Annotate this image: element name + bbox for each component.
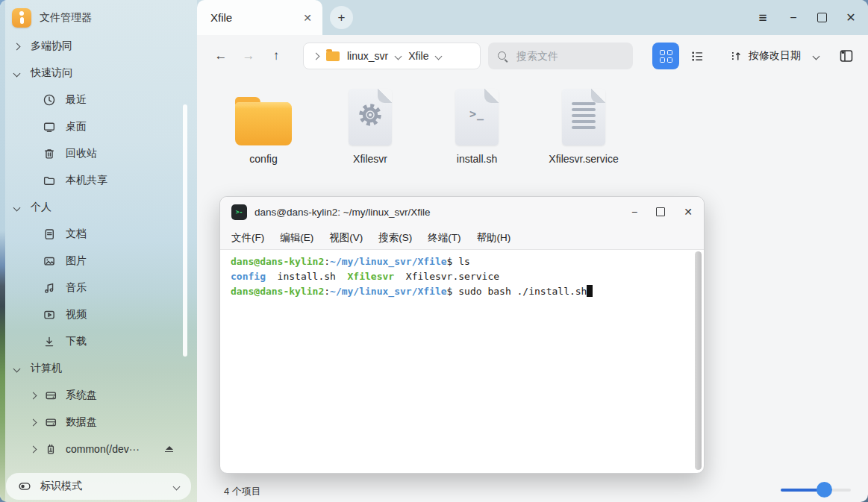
sidebar-item-system-disk[interactable]: 系统盘	[0, 382, 197, 409]
preview-panel-button[interactable]	[838, 48, 855, 64]
file-item-xfilesvr[interactable]: Xfilesvr	[329, 84, 411, 165]
file-grid: config Xfilesvr >_ instal	[197, 84, 625, 165]
search-box[interactable]	[488, 43, 633, 69]
sidebar-section-quick-access[interactable]: 快速访问	[0, 60, 197, 87]
eject-icon[interactable]	[165, 446, 173, 453]
status-bar-count: 4 个项目	[224, 485, 261, 498]
menu-help[interactable]: 帮助(H)	[477, 231, 511, 245]
script-file-icon: >_	[455, 89, 499, 145]
clock-icon	[43, 93, 56, 107]
sidebar-section-computer[interactable]: 计算机	[0, 355, 197, 382]
app-header: 文件管理器	[12, 8, 92, 28]
sidebar-item-videos[interactable]: 视频	[0, 301, 197, 328]
file-item-xfilesvr-service[interactable]: Xfilesvr.service	[543, 84, 625, 165]
section-label: 多端协同	[31, 40, 72, 53]
menu-file[interactable]: 文件(F)	[231, 231, 264, 245]
breadcrumb[interactable]: linux_svr Xfile	[303, 43, 481, 69]
menu-edit[interactable]: 编辑(E)	[280, 231, 313, 245]
sort-control[interactable]: 按修改日期	[730, 49, 819, 63]
terminal-title-bar[interactable]: >- dans@dans-kylin2: ~/my/linux_svr/Xfil…	[220, 197, 704, 227]
sidebar-item-music[interactable]: 音乐	[0, 274, 197, 301]
image-icon	[43, 254, 56, 268]
app-logo-icon	[12, 8, 31, 28]
close-icon[interactable]: ✕	[844, 10, 858, 25]
chevron-down-icon	[13, 204, 21, 211]
sidebar-item-recent[interactable]: 最近	[0, 87, 197, 113]
sidebar-section-multi-device[interactable]: 多端协同	[0, 33, 197, 60]
trash-icon	[43, 147, 56, 160]
terminal-content[interactable]: dans@dans-kylin2:~/my/linux_svr/Xfile$ l…	[220, 250, 704, 472]
sidebar-item-downloads[interactable]: 下载	[0, 328, 197, 355]
video-icon	[43, 308, 56, 321]
close-icon[interactable]: ✕	[684, 206, 693, 218]
breadcrumb-current[interactable]: Xfile	[408, 50, 428, 62]
item-label: 文档	[66, 228, 87, 241]
sidebar-item-common-device[interactable]: common(/dev···	[0, 436, 197, 462]
dogear	[378, 89, 392, 103]
folder-icon	[235, 102, 292, 145]
sidebar-item-pictures[interactable]: 图片	[0, 248, 197, 274]
item-label: 最近	[66, 93, 87, 107]
menu-icon[interactable]: ≡	[756, 10, 769, 26]
slider-track[interactable]	[781, 489, 851, 492]
slider-handle[interactable]	[817, 482, 832, 498]
file-item-config[interactable]: config	[222, 84, 305, 165]
chevron-right-icon	[30, 445, 37, 453]
section-label: 计算机	[31, 362, 62, 375]
chevron-down-icon	[13, 365, 21, 372]
sidebar-item-documents[interactable]: 文档	[0, 221, 197, 248]
chevron-down-icon	[13, 69, 21, 77]
gear-icon	[356, 103, 384, 131]
chevron-down-icon[interactable]	[435, 52, 443, 60]
new-tab-button[interactable]: +	[330, 6, 353, 29]
chevron-right-icon	[13, 43, 21, 50]
sidebar-item-local-share[interactable]: 本机共享	[0, 167, 197, 194]
disk-icon	[44, 389, 57, 402]
sidebar: 文件管理器 多端协同 快速访问 最近 桌面 回收站	[0, 0, 197, 502]
monitor-icon	[43, 120, 56, 134]
sidebar-scrollbar[interactable]	[183, 104, 187, 357]
back-button[interactable]: ←	[213, 48, 229, 63]
minimize-icon[interactable]: −	[787, 11, 800, 25]
item-label: 视频	[66, 308, 87, 321]
tab-bar: Xfile ✕ + ≡ − ✕	[197, 0, 868, 35]
chevron-right-icon	[30, 392, 37, 399]
terminal-app-icon: >-	[231, 204, 247, 220]
file-item-install-sh[interactable]: >_ install.sh	[436, 84, 518, 165]
sidebar-section-personal[interactable]: 个人	[0, 194, 197, 221]
item-label: 图片	[66, 254, 87, 268]
sidebar-item-desktop[interactable]: 桌面	[0, 113, 197, 140]
search-input[interactable]	[515, 49, 612, 63]
folder-icon	[326, 51, 340, 61]
label-mode-selector[interactable]: 标识模式	[6, 473, 191, 500]
list-view-button[interactable]	[684, 43, 711, 69]
menu-view[interactable]: 视图(V)	[329, 231, 363, 245]
text-lines-icon	[572, 102, 596, 129]
grid-view-icon	[660, 50, 672, 63]
icon-size-slider[interactable]	[781, 482, 851, 498]
grid-view-button[interactable]	[652, 43, 679, 69]
item-label: 音乐	[66, 281, 87, 295]
tab-close-icon[interactable]: ✕	[303, 12, 312, 24]
toolbar: ← → ↑ linux_svr Xfile	[197, 35, 868, 77]
sort-label: 按修改日期	[749, 49, 801, 63]
forward-button[interactable]: →	[240, 48, 257, 63]
menu-terminal[interactable]: 终端(T)	[428, 231, 460, 245]
item-label: 本机共享	[66, 174, 107, 187]
tab-xfile[interactable]: Xfile ✕	[197, 0, 322, 35]
maximize-icon[interactable]	[656, 207, 665, 216]
section-label: 快速访问	[31, 66, 72, 80]
minimize-icon[interactable]: −	[631, 206, 637, 218]
sidebar-item-data-disk[interactable]: 数据盘	[0, 409, 197, 436]
chevron-right-icon	[313, 52, 320, 60]
chevron-down-icon[interactable]	[395, 52, 402, 60]
maximize-icon[interactable]	[817, 13, 827, 22]
text-file-icon	[562, 89, 605, 145]
up-button[interactable]: ↑	[268, 48, 284, 63]
sidebar-item-trash[interactable]: 回收站	[0, 140, 197, 167]
app-title: 文件管理器	[40, 11, 92, 25]
terminal-scrollbar[interactable]	[695, 251, 702, 470]
breadcrumb-parent[interactable]: linux_svr	[347, 50, 388, 62]
menu-search[interactable]: 搜索(S)	[378, 231, 412, 245]
executable-file-icon	[349, 89, 392, 145]
